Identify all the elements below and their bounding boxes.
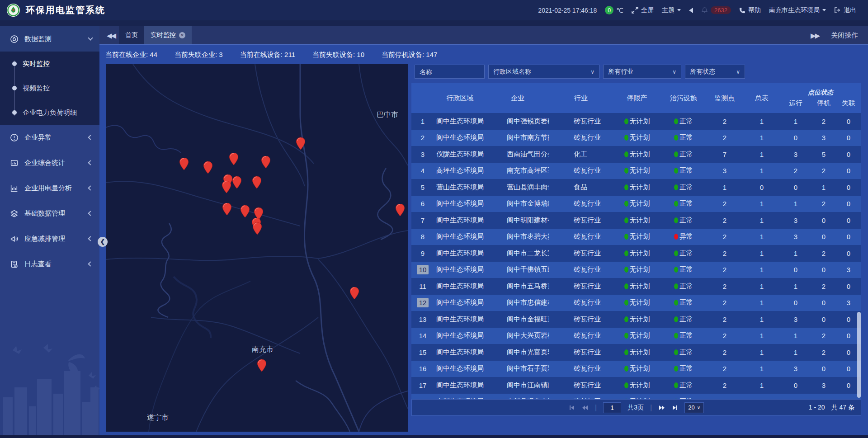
cell-stop-count: 1 — [811, 184, 836, 191]
cell-monitor-count: 2 — [706, 233, 744, 240]
sidebar: 数据监测实时监控视频监控企业电力负荷明细企业异常企业综合统计企业用电量分析基础数… — [0, 20, 99, 438]
tab-首页[interactable]: 首页 — [119, 26, 144, 44]
map-marker-icon[interactable] — [252, 176, 261, 188]
sidebar-item-power-usage-analysis[interactable]: 企业用电量分析 — [0, 175, 99, 201]
help-button[interactable]: 帮助 — [739, 6, 761, 14]
sidebar-item-enterprise-statistics[interactable]: 企业综合统计 — [0, 150, 99, 175]
table-row[interactable]: 7阆中生态环境局阆中明阳建材有限公司砖瓦行业无计划正常21300 — [411, 212, 861, 229]
map-marker-icon[interactable] — [257, 359, 266, 372]
bottom-strip — [0, 435, 868, 438]
sidebar-item-log-view[interactable]: 日志查看 — [0, 251, 99, 277]
cell-monitor-count: 2 — [706, 250, 744, 257]
prev-page-button[interactable] — [581, 405, 589, 411]
table-row[interactable]: 17阆中生态环境局阆中市江南镇阆南页岩砖瓦行业无计划正常21030 — [411, 377, 861, 394]
chevron-left-icon — [88, 160, 93, 165]
column-header: 企业 — [486, 83, 549, 113]
close-icon[interactable]: ✕ — [179, 32, 185, 38]
table-row[interactable]: 1阆中生态环境局阆中强锐页岩砖厂砖瓦行业无计划正常21120 — [411, 113, 861, 130]
status-filter-select[interactable]: 所有状态∨ — [685, 65, 745, 79]
table-scrollbar-thumb[interactable] — [857, 312, 861, 398]
cell-meter-count: 1 — [744, 266, 780, 273]
sidebar-item-enterprise-abnormal[interactable]: 企业异常 — [0, 125, 99, 150]
table-row[interactable]: 13阆中生态环境局阆中市金福旺页岩机砖砖瓦行业无计划正常21300 — [411, 311, 861, 328]
map-marker-icon[interactable] — [241, 205, 250, 217]
sidebar-item-emergency-reduction[interactable]: 应急减排管理 — [0, 226, 99, 251]
cell-monitor-count: 2 — [706, 283, 744, 290]
page-size-select[interactable]: 20∨ — [684, 402, 704, 413]
sidebar-item-label: 企业综合统计 — [24, 159, 89, 167]
cell-industry: 砖瓦行业 — [549, 298, 613, 307]
table-row[interactable]: 12阆中生态环境局阆中市忠信建材有限公砖瓦行业无计划正常21003 — [411, 295, 861, 311]
sidebar-subitem-realtime-monitoring[interactable]: 实时监控 — [0, 52, 99, 76]
theme-dropdown[interactable]: 主题 — [662, 6, 681, 14]
map-marker-icon[interactable] — [222, 203, 231, 215]
cell-run-count: 0 — [780, 299, 811, 306]
notification-bell[interactable]: 2632 — [701, 6, 731, 14]
cell-facility-status: 正常 — [661, 183, 706, 192]
map-marker-icon[interactable] — [296, 137, 305, 150]
cell-meter-count: 1 — [744, 151, 780, 158]
tabs-scroll-right[interactable]: ▶▶ — [811, 32, 819, 40]
map-marker-icon[interactable] — [203, 161, 212, 174]
map-marker-icon[interactable] — [222, 181, 231, 193]
table-row[interactable]: 9阆中生态环境局阆中市二龙长宝页岩砖砖瓦行业无计划正常21120 — [411, 245, 861, 262]
map-marker-icon[interactable] — [261, 156, 270, 168]
table-row[interactable]: 18南部生态环境局南部县砚化土沼有限公建材加工无计划正常60060 — [411, 394, 861, 400]
cell-facility-status: 正常 — [661, 265, 706, 274]
chevron-down-icon: ∨ — [697, 405, 700, 410]
cell-limit-status: 无计划 — [613, 331, 661, 340]
org-dropdown[interactable]: 南充市生态环境局 — [769, 6, 826, 14]
cell-stop-count: 5 — [811, 151, 836, 158]
fullscreen-button[interactable]: 全屏 — [632, 6, 654, 14]
sidebar-item-basic-data-management[interactable]: 基础数据管理 — [0, 201, 99, 226]
page-number-input[interactable] — [603, 402, 621, 413]
table-row[interactable]: 10阆中生态环境局阆中千佛镇五郎垭页岩砖瓦行业无计划正常21003 — [411, 262, 861, 278]
map-marker-icon[interactable] — [179, 158, 189, 170]
table-row[interactable]: 3仪陇生态环境局西南油气田分公司川中化工无计划正常71350 — [411, 146, 861, 163]
sidebar-item-data-monitoring[interactable]: 数据监测 — [0, 26, 99, 52]
map-marker-icon[interactable] — [232, 176, 241, 188]
first-page-button[interactable] — [569, 405, 575, 411]
cell-index: 1 — [411, 118, 434, 125]
region-filter-select[interactable]: 行政区域名称∨ — [488, 65, 599, 79]
table-row[interactable]: 16阆中生态环境局阆中市石子页岩机砖厂砖瓦行业无计划正常21300 — [411, 361, 861, 377]
tabs-scroll-left[interactable]: ◀◀ — [99, 32, 119, 44]
bullet-dot-icon — [12, 86, 17, 90]
tab-label: 实时监控 — [151, 31, 176, 39]
cell-run-count: 3 — [780, 151, 811, 158]
table-row[interactable]: 8阆中生态环境局阆中市枣碧大梁山页岩砖瓦行业无计划异常21300 — [411, 229, 861, 245]
cell-company: 阆中市五马桥页岩机砖 — [486, 282, 549, 291]
cell-index: 3 — [411, 151, 434, 158]
cell-limit-status: 无计划 — [613, 348, 661, 357]
table-row[interactable]: 4高坪生态环境局南充市高坪区王家店建砖瓦行业无计划正常31220 — [411, 163, 861, 179]
tab-实时监控[interactable]: 实时监控✕ — [144, 26, 192, 44]
sidebar-subitem-video-monitoring[interactable]: 视频监控 — [0, 76, 99, 100]
close-operations-button[interactable]: 关闭操作 — [831, 31, 858, 40]
name-filter-input[interactable] — [415, 65, 485, 79]
industry-filter-select[interactable]: 所有行业∨ — [603, 65, 681, 79]
cell-company: 阆中大兴页岩机砖厂 — [486, 331, 549, 340]
sound-toggle[interactable] — [689, 8, 693, 13]
brand: 环保用电监管系统 — [0, 3, 105, 17]
map-marker-icon[interactable] — [350, 287, 359, 299]
map-marker-icon[interactable] — [253, 222, 262, 235]
cell-industry: 砖瓦行业 — [549, 117, 613, 126]
table-row[interactable]: 2阆中生态环境局阆中市南方节能建材有砖瓦行业无计划正常21030 — [411, 130, 861, 146]
chevron-down-icon — [677, 9, 681, 11]
table-row[interactable]: 14阆中生态环境局阆中大兴页岩机砖厂砖瓦行业无计划正常21120 — [411, 328, 861, 344]
tab-label: 首页 — [125, 31, 138, 39]
table-row[interactable]: 6阆中生态环境局阆中市金博瑞新型墙材砖瓦行业无计划正常21120 — [411, 196, 861, 212]
exit-button[interactable]: 退出 — [834, 6, 856, 14]
next-page-button[interactable] — [658, 405, 665, 411]
cell-meter-count: 1 — [744, 349, 780, 356]
map-marker-icon[interactable] — [229, 153, 238, 165]
table-row[interactable]: 15阆中生态环境局阆中市光富页岩机砖厂砖瓦行业无计划正常21120 — [411, 344, 861, 361]
table-row[interactable]: 11阆中生态环境局阆中市五马桥页岩机砖砖瓦行业无计划正常21120 — [411, 278, 861, 295]
table-row[interactable]: 5营山生态环境局营山县润丰肉食品有限食品无计划正常10010 — [411, 179, 861, 196]
map-collapse-button[interactable]: ❮ — [98, 237, 108, 247]
sidebar-subitem-power-load-detail[interactable]: 企业电力负荷明细 — [0, 100, 99, 125]
status-dot-icon — [624, 118, 628, 124]
last-page-button[interactable] — [672, 405, 678, 411]
map-marker-icon[interactable] — [396, 204, 405, 216]
map-panel[interactable]: 巴中市南充市遂宁市 — [106, 64, 408, 432]
